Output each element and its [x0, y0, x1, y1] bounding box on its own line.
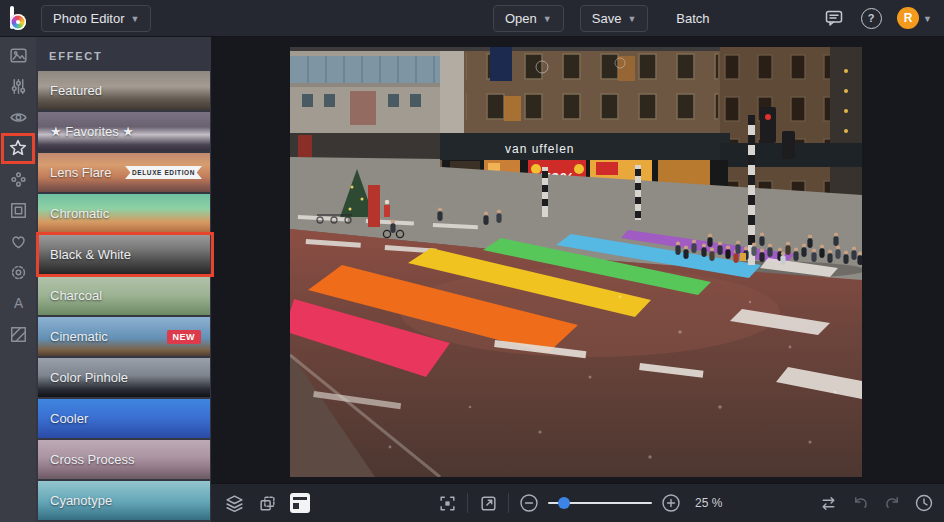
svg-text:van uffelen: van uffelen	[505, 142, 575, 156]
layers-icon[interactable]	[224, 493, 244, 513]
canvas-area: van uffelen 70%	[211, 36, 944, 483]
zoom-slider-knob[interactable]	[558, 497, 570, 509]
graphics-badge-icon[interactable]	[8, 262, 28, 282]
history-clock-icon[interactable]	[914, 493, 934, 513]
undo-icon[interactable]	[850, 493, 870, 513]
panel-title: EFFECT	[36, 36, 211, 71]
photo-canvas[interactable]: van uffelen 70%	[290, 47, 862, 477]
duplicate-layers-icon[interactable]	[257, 493, 277, 513]
street-photo: van uffelen 70%	[290, 47, 862, 477]
effect-tile-favorites[interactable]: ★ Favorites ★	[38, 112, 210, 151]
overlays-heart-icon[interactable]	[8, 231, 28, 251]
frames-icon[interactable]	[8, 200, 28, 220]
app-switcher-button[interactable]: Photo Editor ▼	[41, 5, 151, 32]
text-icon[interactable]: A	[8, 293, 28, 313]
effect-tile-chromatic[interactable]: Chromatic	[38, 194, 210, 233]
main-menu: Open ▼ Save ▼ Batch	[493, 0, 738, 36]
top-bar: Photo Editor ▼ Open ▼ Save ▼ Batch	[0, 0, 944, 37]
effect-tile-color-pinhole[interactable]: Color Pinhole	[38, 358, 210, 397]
chevron-down-icon: ▼	[543, 14, 552, 24]
svg-text:A: A	[13, 296, 23, 311]
redo-icon[interactable]	[882, 493, 902, 513]
effect-tile-lens-flare[interactable]: Lens Flare DELUXE EDITION	[38, 153, 210, 192]
feedback-chat-icon[interactable]	[823, 7, 845, 29]
chevron-down-icon: ▼	[131, 14, 140, 24]
new-badge: NEW	[167, 330, 202, 344]
chevron-down-icon: ▼	[627, 14, 636, 24]
batch-button[interactable]: Batch	[664, 5, 721, 32]
befunky-logo-icon[interactable]	[8, 5, 30, 31]
edit-sliders-icon[interactable]	[8, 76, 28, 96]
zoom-in-icon[interactable]	[661, 493, 681, 513]
deluxe-edition-badge: DELUXE EDITION	[125, 166, 202, 179]
zoom-level-label: 25 %	[695, 496, 722, 510]
effect-tile-featured[interactable]: Featured	[38, 71, 210, 110]
effect-tile-cyanotype[interactable]: Cyanotype	[38, 481, 210, 520]
app-name: Photo Editor	[53, 11, 125, 26]
effect-tile-black-and-white[interactable]: Black & White	[38, 235, 210, 274]
before-after-compare-icon[interactable]	[818, 493, 838, 513]
image-manager-icon[interactable]	[8, 45, 28, 65]
tool-rail: A	[0, 36, 36, 522]
save-button[interactable]: Save ▼	[580, 5, 649, 32]
bottom-toolbar: 25 %	[211, 483, 944, 522]
effects-star-icon[interactable]	[8, 138, 28, 158]
layout-panel-icon[interactable]	[290, 493, 310, 513]
touchup-eye-icon[interactable]	[8, 107, 28, 127]
effects-panel: EFFECT Featured ★ Favorites ★ Lens Flare…	[36, 36, 211, 522]
effect-tile-cinematic[interactable]: Cinematic NEW	[38, 317, 210, 356]
effect-tile-cooler[interactable]: Cooler	[38, 399, 210, 438]
photo-editor-app: Photo Editor ▼ Open ▼ Save ▼ Batch	[0, 0, 944, 522]
zoom-out-icon[interactable]	[519, 493, 539, 513]
fit-to-screen-icon[interactable]	[437, 493, 457, 513]
zoom-slider[interactable]	[548, 502, 652, 504]
chevron-down-icon[interactable]: ▼	[923, 14, 932, 24]
effect-tile-cross-process[interactable]: Cross Process	[38, 440, 210, 479]
open-button[interactable]: Open ▼	[493, 5, 564, 32]
effect-tile-charcoal[interactable]: Charcoal	[38, 276, 210, 315]
fullscreen-preview-icon[interactable]	[478, 493, 498, 513]
textures-icon[interactable]	[8, 324, 28, 344]
top-bar-right: ? R ▼	[823, 0, 932, 36]
avatar[interactable]: R	[897, 7, 919, 29]
help-icon[interactable]: ?	[860, 7, 882, 29]
artsy-dots-icon[interactable]	[8, 169, 28, 189]
